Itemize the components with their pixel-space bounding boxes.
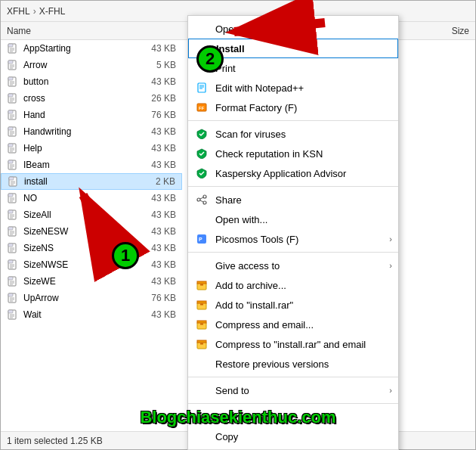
menu-icon-copy (196, 430, 208, 442)
svg-text:FF: FF (199, 106, 205, 110)
menu-item-install[interactable]: Install (188, 39, 398, 58)
menu-label-compress-and-email-: Compress and email... (215, 319, 389, 331)
svg-rect-105 (197, 321, 206, 323)
submenu-arrow-picosmos-tools-f-: › (389, 234, 392, 244)
file-item-sizenwse[interactable]: SizeNWSE43 KB (1, 256, 182, 273)
svg-rect-16 (8, 94, 13, 97)
breadcrumb-xfhl2[interactable]: X-FHL (39, 6, 66, 17)
file-item-handwriting[interactable]: Handwriting43 KB (1, 123, 182, 140)
svg-rect-109 (200, 343, 203, 345)
menu-item-send-to[interactable]: Send to› (188, 380, 398, 400)
menu-item-print[interactable]: Print (188, 58, 398, 78)
svg-rect-66 (8, 260, 13, 263)
menu-item-share[interactable]: Share (188, 190, 398, 209)
menu-item-compress-and-email-[interactable]: Compress and email... (188, 315, 398, 334)
file-name-ibeam: IBeam (23, 160, 141, 170)
menu-icon-add-to-archive- (196, 279, 208, 291)
menu-label-send-to: Send to (215, 385, 389, 396)
menu-item-open[interactable]: Open (188, 19, 398, 39)
menu-item-copy[interactable]: Copy (188, 427, 398, 446)
menu-label-print: Print (215, 63, 389, 74)
file-name-handwriting: Handwriting (23, 126, 141, 137)
menu-label-cut: Cut (215, 411, 389, 423)
menu-item-picosmos-tools-f-[interactable]: PPicosmos Tools (F)› (188, 229, 398, 249)
svg-rect-85 (198, 83, 206, 92)
file-item-button[interactable]: button43 KB (1, 73, 182, 90)
svg-rect-36 (8, 160, 13, 163)
file-item-install[interactable]: install2 KB (1, 173, 182, 190)
menu-item-cut[interactable]: Cut (188, 407, 398, 427)
menu-item-scan-for-viruses[interactable]: Scan for viruses (188, 124, 398, 144)
file-name-sizens: SizeNS (23, 243, 141, 253)
menu-label-open: Open (215, 23, 389, 35)
file-icon-sizenwse (7, 259, 19, 271)
menu-item-edit-with-notepad-[interactable]: Edit with Notepad++ (188, 78, 398, 98)
file-item-cross[interactable]: cross26 KB (1, 90, 182, 107)
menu-icon-send-to (196, 384, 208, 396)
file-item-appstarting[interactable]: AppStarting43 KB (1, 40, 182, 57)
file-item-hand[interactable]: Hand76 KB (1, 107, 182, 123)
menu-icon-format-factory-f-: FF (196, 101, 208, 113)
file-item-help[interactable]: Help43 KB (1, 140, 182, 157)
file-name-sizenwse: SizeNWSE (23, 259, 141, 270)
file-item-ibeam[interactable]: IBeam43 KB (1, 157, 182, 173)
file-size-hand: 76 KB (146, 110, 176, 120)
menu-icon-edit-with-notepad- (196, 82, 208, 94)
file-size-cross: 26 KB (146, 93, 176, 104)
file-item-no[interactable]: NO43 KB (1, 190, 182, 206)
menu-item-give-access-to[interactable]: Give access to› (188, 256, 398, 275)
menu-label-open-with-: Open with... (215, 214, 389, 225)
file-size-wait: 43 KB (146, 309, 176, 320)
file-name-cross: cross (23, 93, 141, 104)
menu-item-check-reputation-in-ksn[interactable]: Check reputation in KSN (188, 144, 398, 163)
file-item-sizenesw[interactable]: SizeNESW43 KB (1, 223, 182, 240)
svg-rect-76 (8, 293, 13, 296)
svg-line-94 (200, 197, 203, 199)
menu-separator (188, 377, 398, 377)
file-size-button: 43 KB (146, 76, 176, 87)
svg-rect-21 (8, 110, 13, 113)
file-item-sizens[interactable]: SizeNS43 KB (1, 240, 182, 256)
menu-label-scan-for-viruses: Scan for viruses (215, 129, 389, 140)
breadcrumb-xfhl[interactable]: XFHL (7, 6, 30, 17)
menu-separator (188, 186, 398, 187)
file-name-arrow: Arrow (23, 60, 141, 70)
svg-rect-99 (197, 281, 206, 284)
menu-icon-check-reputation-in-ksn (196, 147, 208, 160)
svg-rect-6 (8, 61, 13, 64)
menu-icon-open (196, 23, 208, 35)
menu-icon-restore-previous-versions (196, 358, 208, 370)
submenu-arrow-send-to: › (389, 386, 392, 395)
file-item-uparrow[interactable]: UpArrow76 KB (1, 290, 182, 306)
file-size-ibeam: 43 KB (146, 160, 176, 170)
status-text: 1 item selected 1.25 KB (7, 436, 103, 446)
svg-rect-100 (200, 284, 203, 286)
file-icon-install (8, 175, 20, 188)
menu-item-open-with-[interactable]: Open with... (188, 209, 398, 229)
menu-item-kaspersky-application-advisor[interactable]: Kaspersky Application Advisor (188, 163, 398, 183)
file-item-sizeall[interactable]: SizeAll43 KB (1, 206, 182, 223)
file-item-wait[interactable]: Wait43 KB (1, 306, 182, 323)
svg-rect-108 (197, 340, 206, 343)
file-icon-wait (7, 309, 19, 321)
file-icon-sizewe (7, 275, 19, 287)
menu-icon-add-to-install-rar- (196, 299, 208, 311)
svg-rect-102 (197, 301, 206, 303)
file-name-appstarting: AppStarting (23, 43, 141, 54)
svg-rect-1 (8, 44, 13, 47)
menu-item-add-to-install-rar-[interactable]: Add to "install.rar" (188, 295, 398, 315)
svg-point-93 (203, 201, 206, 204)
menu-item-add-to-archive-[interactable]: Add to archive... (188, 275, 398, 295)
file-name-sizewe: SizeWE (23, 276, 141, 287)
file-icon-button (7, 76, 19, 88)
file-name-help: Help (23, 143, 141, 154)
menu-item-compress-to-install-rar-and-email[interactable]: Compress to "install.rar" and email (188, 334, 398, 354)
menu-label-add-to-install-rar-: Add to "install.rar" (215, 299, 389, 311)
menu-label-add-to-archive-: Add to archive... (215, 280, 389, 291)
file-item-sizewe[interactable]: SizeWE43 KB (1, 273, 182, 290)
file-name-hand: Hand (23, 110, 141, 120)
file-item-arrow[interactable]: Arrow5 KB (1, 57, 182, 73)
menu-item-format-factory-f-[interactable]: FFFormat Factory (F) (188, 98, 398, 117)
menu-label-edit-with-notepad-: Edit with Notepad++ (215, 82, 389, 94)
menu-item-restore-previous-versions[interactable]: Restore previous versions (188, 354, 398, 374)
